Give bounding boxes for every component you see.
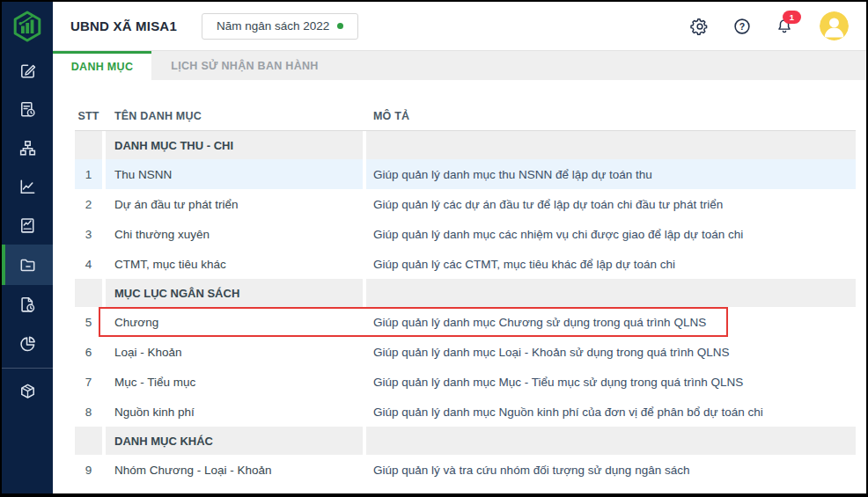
edit-icon: [18, 61, 38, 81]
user-avatar[interactable]: [820, 11, 849, 40]
row-name: Loại - Khoản: [106, 337, 363, 367]
org-chart-icon: [18, 138, 38, 158]
sidebar-item-file-clock[interactable]: [2, 285, 53, 324]
row-stt: 6: [75, 337, 102, 367]
app-window: UBND XÃ MISA1 Năm ngân sách 2022 ?: [0, 0, 868, 497]
section-title: DANH MỤC THU - CHI: [106, 131, 363, 159]
tab-danh-muc[interactable]: DANH MỤC: [53, 51, 151, 80]
tab-lich-su-nhan-ban-hanh[interactable]: LỊCH SỬ NHẬN BAN HÀNH: [151, 51, 338, 80]
table-row[interactable]: 4 CTMT, mục tiêu khác Giúp quản lý các C…: [75, 249, 856, 279]
budget-year-label: Năm ngân sách 2022: [217, 19, 329, 33]
file-clock-icon: [18, 295, 38, 315]
row-stt: 9: [75, 455, 102, 485]
table-row[interactable]: 5 Chương Giúp quản lý danh mục Chương sử…: [75, 307, 856, 337]
row-description: Giúp quản lý các CTMT, mục tiêu khác để …: [366, 249, 856, 279]
table-row[interactable]: 3 Chi thường xuyên Giúp quản lý danh mục…: [75, 219, 856, 249]
row-description: Giúp quản lý danh mục thu NSNN để lập dự…: [366, 159, 856, 189]
table-header-row: STT TÊN DANH MỤC MÔ TẢ: [75, 102, 856, 131]
row-stt: 1: [75, 159, 102, 189]
sidebar: [2, 2, 53, 493]
table-section-row: DANH MỤC KHÁC: [75, 427, 856, 455]
category-table: STT TÊN DANH MỤC MÔ TẢ DANH MỤC THU - CH…: [75, 102, 856, 485]
folder-icon: [18, 255, 38, 275]
table-row[interactable]: 9 Nhóm Chương - Loại - Khoản Giúp quản l…: [75, 455, 856, 485]
table-row[interactable]: 2 Dự án đầu tư phát triển Giúp quản lý c…: [75, 189, 856, 219]
row-name: Thu NSNN: [106, 159, 363, 189]
clipboard-chart-icon: [18, 216, 38, 236]
table-row[interactable]: 1 Thu NSNN Giúp quản lý danh mục thu NSN…: [75, 159, 856, 189]
table-section-row: MỤC LỤC NGÂN SÁCH: [75, 279, 856, 307]
content-area: STT TÊN DANH MỤC MÔ TẢ DANH MỤC THU - CH…: [53, 80, 866, 485]
top-header: UBND XÃ MISA1 Năm ngân sách 2022 ?: [53, 2, 866, 50]
green-dot-icon: [337, 23, 343, 29]
sidebar-item-report-clock[interactable]: [2, 90, 53, 128]
column-header-ten-danh-muc: TÊN DANH MỤC: [106, 102, 363, 130]
main-area: UBND XÃ MISA1 Năm ngân sách 2022 ?: [53, 2, 866, 493]
sidebar-nav: [2, 51, 53, 411]
sidebar-item-line-chart[interactable]: [2, 167, 53, 206]
row-name: CTMT, mục tiêu khác: [106, 249, 363, 279]
section-title: DANH MỤC KHÁC: [106, 427, 363, 455]
tab-strip: DANH MỤC LỊCH SỬ NHẬN BAN HÀNH: [53, 50, 866, 80]
row-name: Dự án đầu tư phát triển: [106, 189, 363, 219]
table-body: DANH MỤC THU - CHI 1 Thu NSNN Giúp quản …: [75, 131, 856, 485]
row-name: Nguồn kinh phí: [106, 397, 363, 427]
gear-icon: [690, 17, 710, 36]
budget-year-button[interactable]: Năm ngân sách 2022: [202, 13, 358, 40]
pie-chart-icon: [18, 333, 38, 354]
row-description: Giúp quản lý danh mục Chương sử dụng tro…: [366, 307, 856, 337]
row-stt: 2: [75, 189, 102, 219]
report-clock-icon: [18, 99, 38, 120]
misa-hexagon-logo-icon: [10, 9, 45, 44]
sidebar-item-pie-chart[interactable]: [2, 324, 53, 362]
row-description: Giúp quản lý danh mục các nhiệm vụ chi đ…: [366, 219, 856, 249]
app-logo[interactable]: [2, 2, 53, 51]
row-stt: 8: [75, 397, 102, 427]
row-name: Chi thường xuyên: [106, 219, 363, 249]
sidebar-item-clipboard-chart[interactable]: [2, 206, 53, 245]
row-stt: 4: [75, 249, 102, 279]
org-name-title: UBND XÃ MISA1: [70, 18, 177, 33]
row-name: Mục - Tiểu mục: [106, 367, 363, 397]
table-row[interactable]: 8 Nguồn kinh phí Giúp quản lý danh mục N…: [75, 397, 856, 427]
row-description: Giúp quản lý các dự án đầu tư để lập dự …: [366, 189, 856, 219]
avatar-person-icon: [820, 11, 849, 40]
line-chart-icon: [18, 177, 38, 197]
row-description: Giúp quản lý danh mục Mục - Tiểu mục sử …: [366, 367, 856, 397]
help-button[interactable]: ?: [732, 16, 753, 37]
section-title: MỤC LỤC NGÂN SÁCH: [106, 279, 363, 307]
notifications-button[interactable]: 1: [774, 16, 795, 37]
table-section-row: DANH MỤC THU - CHI: [75, 131, 856, 159]
row-stt: 3: [75, 219, 102, 249]
cube-icon: [18, 382, 38, 402]
notification-badge: 1: [783, 11, 801, 24]
sidebar-item-cube[interactable]: [2, 372, 53, 411]
row-stt: 5: [75, 307, 102, 337]
header-actions: ? 1: [689, 11, 854, 40]
sidebar-item-folder[interactable]: [2, 245, 53, 285]
settings-button[interactable]: [689, 16, 710, 37]
row-stt: 7: [75, 367, 102, 397]
sidebar-item-edit[interactable]: [2, 51, 53, 90]
row-name: Chương: [106, 307, 363, 337]
table-row[interactable]: 6 Loại - Khoản Giúp quản lý danh mục Loạ…: [75, 337, 856, 367]
column-header-stt: STT: [75, 102, 102, 130]
row-description: Giúp quản lý và tra cứu nhóm đối tượng s…: [366, 455, 856, 485]
sidebar-divider: [2, 368, 53, 369]
row-name: Nhóm Chương - Loại - Khoản: [106, 455, 363, 485]
row-description: Giúp quản lý danh mục Loại - Khoản sử dụ…: [366, 337, 856, 367]
svg-text:?: ?: [739, 20, 745, 31]
sidebar-item-org-chart[interactable]: [2, 128, 53, 167]
row-description: Giúp quản lý danh mục Nguồn kinh phí của…: [366, 397, 856, 427]
table-row[interactable]: 7 Mục - Tiểu mục Giúp quản lý danh mục M…: [75, 367, 856, 397]
question-mark-icon: ?: [732, 17, 752, 36]
column-header-mo-ta: MÔ TẢ: [366, 102, 856, 130]
